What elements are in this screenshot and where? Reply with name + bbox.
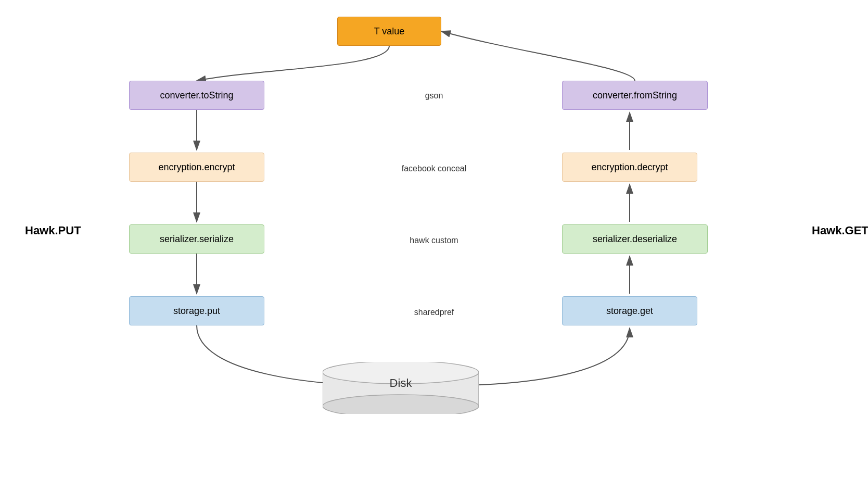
storage-get-node: storage.get	[562, 296, 697, 325]
encryption-decrypt-node: encryption.decrypt	[562, 153, 697, 182]
storage-get-label: storage.get	[606, 306, 653, 317]
serializer-serialize-label: serializer.serialize	[160, 234, 234, 245]
converter-fromstring-node: converter.fromString	[562, 81, 708, 110]
converter-fromstring-label: converter.fromString	[593, 90, 677, 101]
svg-point-8	[323, 395, 479, 414]
encryption-encrypt-label: encryption.encrypt	[158, 162, 235, 173]
serializer-serialize-node: serializer.serialize	[129, 224, 264, 254]
hawk-custom-label: hawk custom	[410, 236, 458, 245]
converter-tostring-label: converter.toString	[160, 90, 233, 101]
facebook-conceal-label: facebook conceal	[402, 164, 467, 173]
disk-node: Disk	[323, 362, 479, 414]
storage-put-node: storage.put	[129, 296, 264, 325]
hawk-put-label: Hawk.PUT	[25, 224, 81, 237]
converter-tostring-node: converter.toString	[129, 81, 264, 110]
hawk-get-label: Hawk.GET	[812, 224, 868, 237]
disk-label: Disk	[323, 376, 479, 390]
t-value-node: T value	[337, 17, 441, 46]
encryption-decrypt-label: encryption.decrypt	[591, 162, 668, 173]
serializer-deserialize-node: serializer.deserialize	[562, 224, 708, 254]
gson-label: gson	[425, 91, 443, 100]
diagram-container: T value converter.toString converter.fro…	[0, 0, 868, 478]
storage-put-label: storage.put	[173, 306, 220, 317]
serializer-deserialize-label: serializer.deserialize	[593, 234, 677, 245]
t-value-label: T value	[374, 26, 405, 37]
encryption-encrypt-node: encryption.encrypt	[129, 153, 264, 182]
sharedpref-label: sharedpref	[414, 308, 454, 317]
